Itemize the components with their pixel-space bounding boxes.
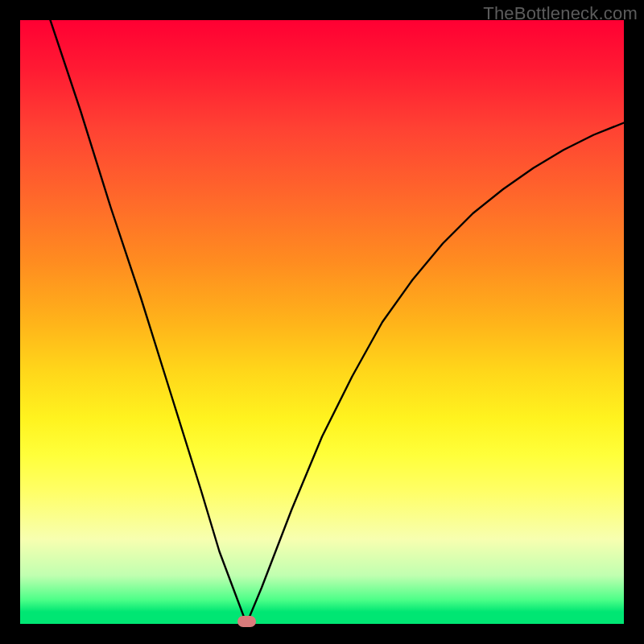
curve-left-branch — [51, 20, 247, 624]
watermark-text: TheBottleneck.com — [483, 3, 638, 24]
bottleneck-curve — [20, 20, 624, 624]
chart-plot-area — [20, 20, 624, 624]
optimal-point-marker — [237, 616, 256, 627]
curve-right-branch — [246, 123, 624, 625]
chart-frame: TheBottleneck.com — [0, 0, 644, 644]
